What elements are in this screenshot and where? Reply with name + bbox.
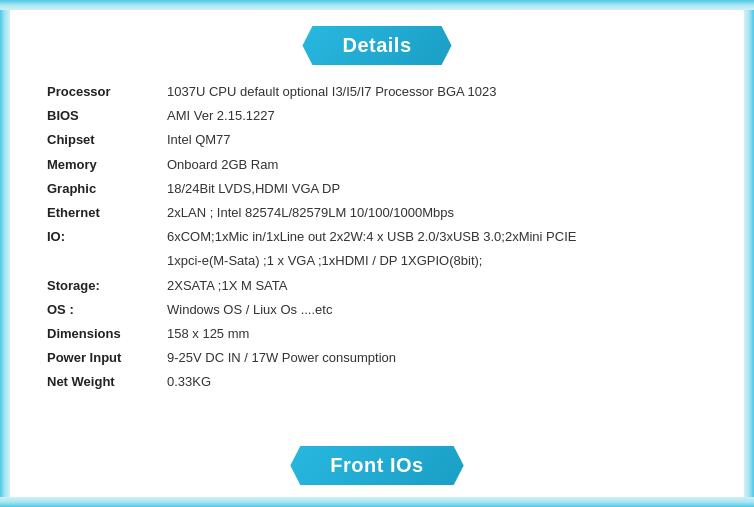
detail-value: 0.33KG xyxy=(167,373,707,391)
details-banner-label: Details xyxy=(302,26,451,65)
front-ios-banner: Front IOs xyxy=(290,446,463,485)
detail-label: Storage: xyxy=(47,277,167,295)
detail-label: Memory xyxy=(47,156,167,174)
details-banner: Details xyxy=(302,26,451,65)
detail-label: Net Weight xyxy=(47,373,167,391)
right-border xyxy=(744,10,754,497)
bottom-border xyxy=(0,497,754,507)
table-row: ChipsetIntel QM77 xyxy=(47,131,707,149)
detail-label: Ethernet xyxy=(47,204,167,222)
table-row: Net Weight0.33KG xyxy=(47,373,707,391)
table-row: BIOSAMI Ver 2.15.1227 xyxy=(47,107,707,125)
table-row: IO:6xCOM;1xMic in/1xLine out 2x2W:4 x US… xyxy=(47,228,707,246)
detail-label: Power Input xyxy=(47,349,167,367)
table-row: Processor1037U CPU default optional I3/I… xyxy=(47,83,707,101)
details-table: Processor1037U CPU default optional I3/I… xyxy=(27,83,727,397)
detail-label: OS : xyxy=(47,301,167,319)
detail-label: Chipset xyxy=(47,131,167,149)
detail-value: 2xLAN ; Intel 82574L/82579LM 10/100/1000… xyxy=(167,204,707,222)
table-row: Ethernet2xLAN ; Intel 82574L/82579LM 10/… xyxy=(47,204,707,222)
table-row: Storage:2XSATA ;1X M SATA xyxy=(47,277,707,295)
detail-value: 158 x 125 mm xyxy=(167,325,707,343)
detail-label: IO: xyxy=(47,228,167,246)
table-row: Power Input9-25V DC IN / 17W Power consu… xyxy=(47,349,707,367)
table-row: MemoryOnboard 2GB Ram xyxy=(47,156,707,174)
detail-value: 18/24Bit LVDS,HDMI VGA DP xyxy=(167,180,707,198)
main-content: Details Processor1037U CPU default optio… xyxy=(10,10,744,497)
table-row: 1xpci-e(M-Sata) ;1 x VGA ;1xHDMI / DP 1X… xyxy=(47,252,707,270)
detail-value: 2XSATA ;1X M SATA xyxy=(167,277,707,295)
detail-value: 1037U CPU default optional I3/I5/I7 Proc… xyxy=(167,83,707,101)
detail-value: AMI Ver 2.15.1227 xyxy=(167,107,707,125)
top-border xyxy=(0,0,754,10)
detail-value: Windows OS / Liux Os ....etc xyxy=(167,301,707,319)
table-row: OS :Windows OS / Liux Os ....etc xyxy=(47,301,707,319)
detail-value: Intel QM77 xyxy=(167,131,707,149)
detail-value: Onboard 2GB Ram xyxy=(167,156,707,174)
detail-label: Graphic xyxy=(47,180,167,198)
detail-value: 1xpci-e(M-Sata) ;1 x VGA ;1xHDMI / DP 1X… xyxy=(167,252,707,270)
detail-value: 6xCOM;1xMic in/1xLine out 2x2W:4 x USB 2… xyxy=(167,228,707,246)
front-ios-banner-label: Front IOs xyxy=(290,446,463,485)
detail-label: BIOS xyxy=(47,107,167,125)
table-row: Dimensions158 x 125 mm xyxy=(47,325,707,343)
detail-value: 9-25V DC IN / 17W Power consumption xyxy=(167,349,707,367)
detail-label: Dimensions xyxy=(47,325,167,343)
table-row: Graphic18/24Bit LVDS,HDMI VGA DP xyxy=(47,180,707,198)
detail-label: Processor xyxy=(47,83,167,101)
left-border xyxy=(0,10,10,497)
